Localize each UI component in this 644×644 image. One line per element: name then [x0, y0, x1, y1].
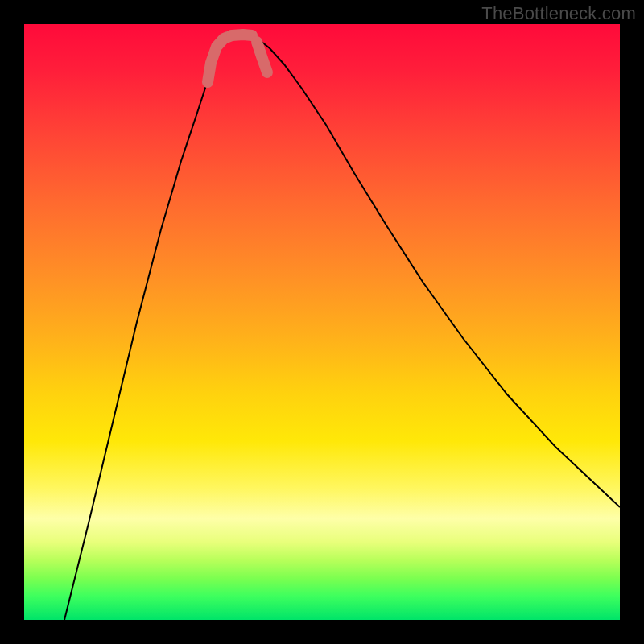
optimal-marker	[208, 35, 267, 82]
optimal-marker-segment	[208, 35, 232, 82]
watermark-text: TheBottleneck.com	[481, 3, 636, 24]
plot-area	[24, 24, 620, 620]
bottleneck-curve	[64, 31, 620, 620]
chart-frame: TheBottleneck.com	[0, 0, 644, 644]
curve-layer	[24, 24, 620, 620]
optimal-marker-segment	[257, 42, 267, 72]
optimal-marker-segment	[232, 35, 252, 35]
